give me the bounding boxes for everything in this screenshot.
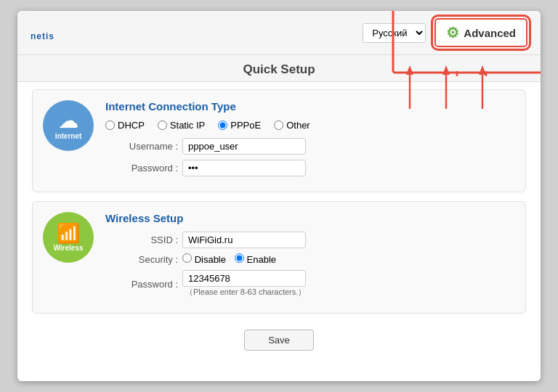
dhcp-radio[interactable] [105, 121, 115, 130]
wireless-section: 📶 Wireless Wireless Setup SSID : Securit… [32, 201, 526, 314]
enable-radio-label[interactable]: Enable [235, 253, 276, 265]
wireless-password-input[interactable] [182, 270, 306, 287]
internet-icon: ☁ internet [43, 100, 94, 151]
security-radio-group: Disable Enable [182, 253, 276, 265]
ssid-label: SSID : [105, 234, 178, 245]
language-select[interactable]: Русский [363, 23, 426, 43]
security-label: Security : [105, 254, 178, 265]
wireless-password-row: Password : （Please enter 8-63 characters… [105, 270, 515, 298]
ssid-input[interactable] [182, 232, 306, 248]
wireless-password-block: （Please enter 8-63 characters.） [182, 270, 306, 298]
internet-password-label: Password : [105, 163, 178, 173]
wireless-icon: 📶 Wireless [43, 212, 94, 263]
internet-section-title: Internet Connection Type [105, 100, 515, 113]
internet-password-input[interactable] [182, 160, 306, 176]
other-radio[interactable] [274, 121, 283, 130]
disable-radio-label[interactable]: Disable [182, 253, 226, 265]
wireless-password-label: Password : [105, 279, 178, 290]
internet-password-row: Password : [105, 160, 515, 176]
main-window: netis Русский ⚙ Advanced [17, 11, 541, 381]
wireless-section-body: Wireless Setup SSID : Security : Disable [105, 212, 515, 303]
dhcp-radio-label[interactable]: DHCP [105, 120, 145, 131]
page-title: Quick Setup [17, 55, 541, 82]
advanced-button[interactable]: ⚙ Advanced [434, 18, 527, 47]
header: netis Русский ⚙ Advanced [17, 11, 541, 55]
pppoe-radio-label[interactable]: PPPoE [218, 120, 261, 131]
security-row: Security : Disable Enable [105, 253, 515, 265]
gear-icon: ⚙ [446, 24, 459, 41]
wireless-section-title: Wireless Setup [105, 212, 515, 224]
save-button[interactable]: Save [244, 330, 314, 351]
internet-icon-label: internet [55, 132, 82, 140]
wireless-icon-label: Wireless [53, 244, 83, 252]
cloud-icon: ☁ [59, 112, 78, 131]
advanced-label: Advanced [464, 27, 516, 39]
other-radio-label[interactable]: Other [274, 120, 310, 131]
static-radio-label[interactable]: Static IP [158, 120, 205, 131]
password-hint: （Please enter 8-63 characters.） [185, 287, 306, 298]
logo-text: netis [31, 31, 54, 41]
wifi-icon: 📶 [57, 224, 80, 242]
pppoe-radio[interactable] [218, 121, 227, 130]
content-area: ☁ internet Internet Connection Type DHCP… [17, 82, 541, 381]
internet-section-body: Internet Connection Type DHCP Static IP … [105, 100, 515, 181]
enable-radio[interactable] [235, 253, 244, 263]
ssid-row: SSID : [105, 232, 515, 248]
logo: netis [31, 21, 54, 44]
connection-type-radio-row: DHCP Static IP PPPoE Other [105, 120, 515, 131]
username-row: Username : [105, 138, 515, 155]
username-label: Username : [105, 141, 178, 152]
internet-section: ☁ internet Internet Connection Type DHCP… [32, 89, 526, 192]
disable-radio[interactable] [182, 253, 192, 263]
footer: Save [32, 322, 526, 361]
username-input[interactable] [182, 138, 306, 155]
header-right: Русский ⚙ Advanced [363, 18, 527, 47]
static-ip-radio[interactable] [158, 121, 167, 130]
